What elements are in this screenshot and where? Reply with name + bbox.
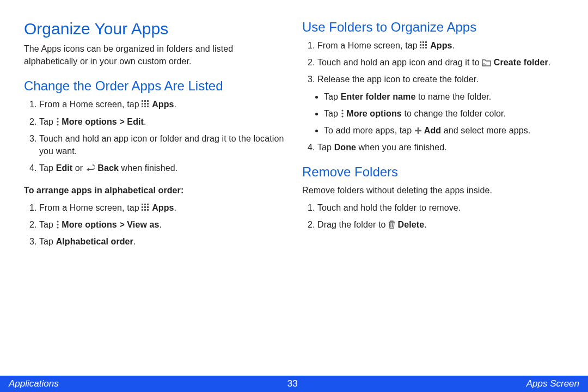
- back-icon: [85, 164, 95, 172]
- list-item: Drag the folder to Delete.: [317, 218, 564, 231]
- list-item: From a Home screen, tap Apps.: [317, 39, 564, 52]
- svg-rect-8: [147, 106, 149, 107]
- svg-rect-19: [144, 209, 146, 211]
- svg-text:+: +: [483, 63, 485, 66]
- list-item: From a Home screen, tap Apps.: [39, 201, 286, 214]
- svg-rect-12: [142, 204, 143, 205]
- svg-rect-27: [420, 44, 421, 46]
- svg-rect-18: [142, 209, 143, 211]
- intro-text: The Apps icons can be organized in folde…: [24, 42, 286, 68]
- svg-rect-28: [422, 44, 424, 46]
- svg-rect-7: [144, 106, 146, 107]
- list-item: To add more apps, tap Add and select mor…: [324, 124, 564, 137]
- page-title: Organize Your Apps: [24, 20, 286, 38]
- create-folder-icon: +: [482, 59, 491, 66]
- list-item: Tap Enter folder name to name the folder…: [324, 90, 564, 103]
- plus-icon: [414, 127, 422, 134]
- subheading: To arrange apps in alphabetical order:: [24, 184, 286, 197]
- page-footer: Applications 33 Apps Screen: [0, 376, 588, 392]
- steps-list: Touch and hold the folder to remove. Dra…: [302, 201, 564, 231]
- svg-rect-13: [144, 204, 146, 205]
- apps-grid-icon: [142, 204, 150, 212]
- section-heading: Use Folders to Organize Apps: [302, 20, 564, 35]
- svg-rect-25: [422, 41, 424, 43]
- svg-rect-14: [147, 204, 149, 205]
- footer-left: Applications: [9, 378, 59, 389]
- list-item: Touch and hold an app icon and drag it t…: [317, 56, 564, 69]
- svg-rect-24: [420, 41, 421, 43]
- steps-list: From a Home screen, tap Apps. Touch and …: [302, 39, 564, 86]
- delete-trash-icon: [388, 220, 395, 229]
- list-item: Release the app icon to create the folde…: [317, 73, 564, 85]
- svg-rect-1: [144, 100, 146, 102]
- svg-point-35: [341, 109, 343, 111]
- steps-list: From a Home screen, tap Apps. Tap More o…: [24, 98, 286, 174]
- svg-rect-15: [142, 206, 143, 208]
- list-item: Touch and hold an app icon or folder and…: [39, 132, 286, 157]
- svg-rect-6: [142, 106, 143, 107]
- page-number: 33: [287, 378, 298, 389]
- list-item: Tap More options > View as.: [39, 218, 286, 231]
- svg-rect-26: [425, 41, 427, 43]
- steps-list: Tap Done when you are finished.: [302, 141, 564, 154]
- svg-rect-5: [147, 103, 149, 105]
- svg-rect-31: [422, 47, 424, 48]
- list-item: Tap Edit or Back when finished.: [39, 162, 286, 174]
- list-item: From a Home screen, tap Apps.: [39, 98, 286, 111]
- left-column: Organize Your Apps The Apps icons can be…: [24, 20, 286, 252]
- list-item: Tap Done when you are finished.: [317, 141, 564, 154]
- svg-point-9: [57, 118, 58, 119]
- steps-list: From a Home screen, tap Apps. Tap More o…: [24, 201, 286, 248]
- bullet-list: Tap Enter folder name to name the folder…: [302, 90, 564, 137]
- svg-point-37: [341, 115, 343, 117]
- svg-rect-2: [147, 100, 149, 102]
- svg-rect-20: [147, 209, 149, 211]
- svg-rect-3: [142, 103, 143, 105]
- right-column: Use Folders to Organize Apps From a Home…: [302, 20, 564, 252]
- svg-rect-17: [147, 206, 149, 208]
- svg-point-21: [57, 220, 58, 222]
- svg-rect-32: [425, 47, 427, 48]
- apps-grid-icon: [142, 100, 150, 108]
- svg-point-22: [57, 224, 58, 225]
- svg-rect-4: [144, 103, 146, 105]
- svg-rect-0: [142, 100, 143, 102]
- svg-point-36: [341, 113, 343, 114]
- footer-right: Apps Screen: [526, 378, 579, 389]
- intro-text: Remove folders without deleting the apps…: [302, 184, 564, 197]
- svg-point-10: [57, 120, 58, 122]
- svg-rect-16: [144, 206, 146, 208]
- list-item: Tap Alphabetical order.: [39, 235, 286, 248]
- svg-point-11: [57, 124, 58, 125]
- svg-rect-29: [425, 44, 427, 46]
- section-heading: Change the Order Apps Are Listed: [24, 78, 286, 94]
- section-heading: Remove Folders: [302, 164, 564, 180]
- svg-point-23: [57, 226, 58, 228]
- list-item: Touch and hold the folder to remove.: [317, 201, 564, 214]
- apps-grid-icon: [420, 41, 428, 50]
- list-item: Tap More options > Edit.: [39, 115, 286, 128]
- svg-rect-30: [420, 47, 421, 48]
- list-item: Tap More options to change the folder co…: [324, 107, 564, 120]
